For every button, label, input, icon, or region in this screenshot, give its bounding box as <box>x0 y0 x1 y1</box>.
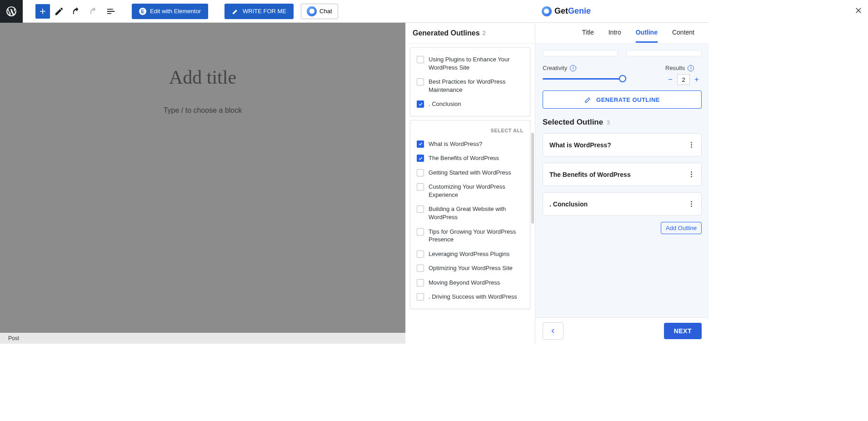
edit-tool[interactable] <box>51 3 67 20</box>
write-for-me-button[interactable]: WRITE FOR ME <box>224 4 294 19</box>
checkbox[interactable] <box>417 251 424 258</box>
outline-option[interactable]: Moving Beyond WordPress <box>416 276 524 290</box>
generated-outlines-heading: Generated Outlines <box>413 29 480 37</box>
checkbox[interactable] <box>417 56 424 63</box>
plus-icon <box>38 7 47 16</box>
editor-canvas[interactable]: Add title Type / to choose a block Post <box>0 23 405 344</box>
outline-option[interactable]: Leveraging WordPress Plugins <box>416 247 524 261</box>
chevron-left-icon <box>550 328 556 334</box>
undo-icon <box>71 6 81 16</box>
selected-item-label: . Conclusion <box>549 200 588 208</box>
pen-icon <box>232 8 239 15</box>
generated-outlines-count: 2 <box>483 30 486 36</box>
item-menu-button[interactable] <box>688 141 695 149</box>
document-outline-button[interactable] <box>103 3 119 20</box>
redo-button[interactable] <box>85 3 102 20</box>
chat-label: Chat <box>319 8 332 15</box>
back-button[interactable] <box>543 322 564 340</box>
increment-button[interactable]: + <box>692 75 702 85</box>
genie-icon <box>307 6 317 16</box>
outline-option[interactable]: Using Plugins to Enhance Your WordPress … <box>416 52 524 75</box>
wordpress-logo[interactable] <box>0 0 23 23</box>
creativity-slider[interactable] <box>543 74 624 83</box>
elementor-label: Edit with Elementor <box>150 8 201 15</box>
write-label: WRITE FOR ME <box>243 8 286 15</box>
selected-outline-item[interactable]: The Benefits of WordPress <box>543 163 702 186</box>
checkbox[interactable] <box>417 293 424 301</box>
tab-content[interactable]: Content <box>672 23 694 43</box>
chat-button[interactable]: Chat <box>301 4 338 19</box>
outline-option-label: Getting Started with WordPress <box>429 169 511 177</box>
select-all-button[interactable]: SELECT ALL <box>416 125 524 137</box>
outline-option[interactable]: Customizing Your WordPress Experience <box>416 180 524 202</box>
outline-group-2: SELECT ALL What is WordPress?The Benefit… <box>410 120 530 309</box>
creativity-label: Creativity <box>543 65 567 71</box>
outline-option[interactable]: . Conclusion <box>416 97 524 111</box>
info-icon[interactable]: i <box>570 65 576 71</box>
outline-option[interactable]: Optimizing Your WordPress Site <box>416 261 524 276</box>
slider-thumb[interactable] <box>619 75 626 82</box>
list-icon <box>106 6 116 16</box>
genie-brand-icon <box>542 6 552 16</box>
generate-outline-button[interactable]: GENERATE OUTLINE <box>543 90 702 109</box>
results-label: Results <box>665 65 685 71</box>
outline-option[interactable]: Building a Great Website with WordPress <box>416 202 524 224</box>
selected-outline-item[interactable]: What is WordPress? <box>543 133 702 156</box>
tab-intro[interactable]: Intro <box>609 23 621 43</box>
outline-option[interactable]: Getting Started with WordPress <box>416 165 524 180</box>
scrollbar-thumb[interactable] <box>531 133 534 224</box>
elementor-icon: E <box>139 8 146 15</box>
outline-option-label: Leveraging WordPress Plugins <box>429 250 509 258</box>
info-icon[interactable]: i <box>688 65 694 71</box>
item-menu-button[interactable] <box>688 200 695 208</box>
outline-option-label: Building a Great Website with WordPress <box>429 205 524 221</box>
outline-option[interactable]: Best Practices for WordPress Maintenance <box>416 75 524 97</box>
item-menu-button[interactable] <box>688 170 695 178</box>
outline-option-label: . Driving Success with WordPress <box>429 293 517 301</box>
next-button[interactable]: NEXT <box>664 323 702 339</box>
checkbox[interactable] <box>417 155 424 162</box>
breadcrumb: Post <box>0 333 405 344</box>
tab-outline[interactable]: Outline <box>636 23 658 43</box>
outline-option-label: The Benefits of WordPress <box>429 154 499 162</box>
checkbox[interactable] <box>417 228 424 236</box>
checkbox[interactable] <box>417 78 424 85</box>
decrement-button[interactable]: − <box>665 75 675 85</box>
pen-icon <box>584 96 592 103</box>
outline-option-label: What is WordPress? <box>429 140 482 148</box>
input-box-1[interactable] <box>543 50 618 56</box>
outline-option-label: Tips for Growing Your WordPress Presence <box>429 228 524 244</box>
checkbox[interactable] <box>417 265 424 272</box>
block-placeholder[interactable]: Type / to choose a block <box>58 106 347 115</box>
add-block-button[interactable] <box>35 4 50 19</box>
results-stepper: − + <box>665 74 702 85</box>
post-title-input[interactable]: Add title <box>58 66 347 88</box>
input-box-2[interactable] <box>626 50 702 56</box>
selected-item-label: The Benefits of WordPress <box>549 171 631 178</box>
checkbox[interactable] <box>417 183 424 190</box>
outline-option[interactable]: Tips for Growing Your WordPress Presence <box>416 225 524 247</box>
outline-option[interactable]: . Driving Success with WordPress <box>416 290 524 304</box>
wordpress-icon <box>5 5 17 17</box>
outline-option-label: Customizing Your WordPress Experience <box>429 183 524 199</box>
checkbox[interactable] <box>417 100 424 108</box>
add-outline-button[interactable]: Add Outline <box>661 222 702 234</box>
undo-button[interactable] <box>68 3 85 20</box>
checkbox[interactable] <box>417 279 424 286</box>
outline-option-label: Moving Beyond WordPress <box>429 279 500 287</box>
outline-option[interactable]: The Benefits of WordPress <box>416 151 524 165</box>
outline-option[interactable]: What is WordPress? <box>416 137 524 151</box>
checkbox[interactable] <box>417 169 424 176</box>
selected-item-label: What is WordPress? <box>549 141 611 149</box>
selected-outline-count: 3 <box>607 120 610 126</box>
checkbox[interactable] <box>417 140 424 148</box>
tab-title[interactable]: Title <box>582 23 594 43</box>
edit-with-elementor-button[interactable]: E Edit with Elementor <box>132 4 208 19</box>
selected-outline-item[interactable]: . Conclusion <box>543 192 702 216</box>
outline-option-label: Using Plugins to Enhance Your WordPress … <box>429 55 524 71</box>
checkbox[interactable] <box>417 205 424 213</box>
outline-group-1: Using Plugins to Enhance Your WordPress … <box>410 47 530 116</box>
pencil-icon <box>54 6 64 16</box>
selected-outline-heading: Selected Outline <box>543 118 603 127</box>
results-input[interactable] <box>677 74 690 85</box>
